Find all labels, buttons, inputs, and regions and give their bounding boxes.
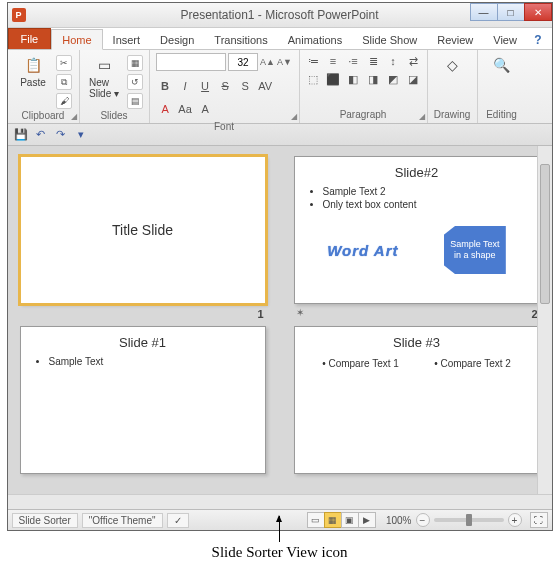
paragraph-buttons: ≔ ≡ ·≡ ≣ ↕ ⇄ ⬚ ⬛ ◧ ◨ ◩ ◪ <box>304 53 422 87</box>
slide-thumb-2[interactable]: Slide#2 Sample Text 2 Only text box cont… <box>294 156 540 304</box>
qat-dropdown-icon[interactable]: ▾ <box>74 128 88 142</box>
font-size-combo[interactable]: 32 <box>228 53 258 71</box>
font-color-button[interactable]: A <box>156 101 174 117</box>
slide-canvas: Slide #1 Sample Text <box>20 326 266 474</box>
new-slide-label: New Slide ▾ <box>89 77 119 99</box>
compare-right-text: Compare Text 2 <box>434 358 511 369</box>
bullet-text: Only text box content <box>323 199 529 210</box>
transition-icon: ✶ <box>296 307 304 318</box>
group-paragraph-label: Paragraph <box>340 108 387 122</box>
close-button[interactable]: ✕ <box>524 3 552 21</box>
arrow-icon <box>279 516 280 542</box>
layout-icon[interactable]: ▦ <box>127 55 143 71</box>
italic-button[interactable]: I <box>176 78 194 94</box>
columns-button[interactable]: ◩ <box>384 71 402 87</box>
group-slides-label: Slides <box>100 109 127 123</box>
convert-smartart-button[interactable]: ◪ <box>404 71 422 87</box>
shape-text: Sample Text in a shape <box>444 226 506 274</box>
slide-thumb-1[interactable]: Title Slide 1 <box>20 156 266 304</box>
tab-design[interactable]: Design <box>150 30 204 49</box>
window-title: Presentation1 - Microsoft PowerPoint <box>180 8 378 22</box>
app-window: P Presentation1 - Microsoft PowerPoint —… <box>7 2 553 531</box>
new-slide-icon: ▭ <box>94 55 114 75</box>
numbering-button[interactable]: ≡ <box>324 53 342 69</box>
slide-sorter-pane[interactable]: Title Slide 1 Slide#2 Sample Text 2 Only… <box>8 146 552 494</box>
new-slide-button[interactable]: ▭ New Slide ▾ <box>85 53 123 99</box>
indent-dec-button[interactable]: ·≡ <box>344 53 362 69</box>
line-spacing-button[interactable]: ↕ <box>384 53 402 69</box>
slide-title-text: Slide #1 <box>31 335 255 350</box>
clear-format-button[interactable]: A <box>196 101 214 117</box>
text-direction-button[interactable]: ⇄ <box>404 53 422 69</box>
bold-button[interactable]: B <box>156 78 174 94</box>
paragraph-launcher-icon[interactable]: ◢ <box>419 112 425 121</box>
bullet-text: Sample Text <box>49 356 255 367</box>
tab-insert[interactable]: Insert <box>103 30 151 49</box>
tab-slideshow[interactable]: Slide Show <box>352 30 427 49</box>
slide-title-text: Slide#2 <box>305 165 529 180</box>
maximize-button[interactable]: □ <box>497 3 525 21</box>
quick-access-toolbar: 💾 ↶ ↷ ▾ <box>8 124 552 146</box>
bullet-text: Sample Text 2 <box>323 186 529 197</box>
change-case-button[interactable]: Aa <box>176 101 194 117</box>
compare-left-text: Compare Text 1 <box>322 358 399 369</box>
tab-file[interactable]: File <box>8 28 52 49</box>
spacing-button[interactable]: AV <box>256 78 274 94</box>
align-justify-button[interactable]: ◨ <box>364 71 382 87</box>
shapes-icon: ◇ <box>442 55 462 75</box>
slide-thumb-3[interactable]: Slide #1 Sample Text <box>20 326 266 474</box>
undo-icon[interactable]: ↶ <box>34 128 48 142</box>
titlebar: P Presentation1 - Microsoft PowerPoint —… <box>8 3 552 28</box>
align-left-button[interactable]: ⬚ <box>304 71 322 87</box>
group-clipboard-label: Clipboard <box>22 109 65 123</box>
slide-title-text: Slide #3 <box>305 335 529 350</box>
paste-icon: 📋 <box>23 55 43 75</box>
redo-icon[interactable]: ↷ <box>54 128 68 142</box>
font-name-combo[interactable] <box>156 53 226 71</box>
copy-icon[interactable]: ⧉ <box>56 74 72 90</box>
slide-number: 1 <box>257 308 263 320</box>
shadow-button[interactable]: S <box>236 78 254 94</box>
clipboard-launcher-icon[interactable]: ◢ <box>71 112 77 121</box>
grow-font-icon[interactable]: A▲ <box>260 57 275 67</box>
horizontal-scrollbar[interactable] <box>8 494 552 509</box>
align-right-button[interactable]: ◧ <box>344 71 362 87</box>
slide-canvas: Slide #3 Compare Text 1 Compare Text 2 <box>294 326 540 474</box>
annotation-callout: Slide Sorter View icon <box>0 516 559 561</box>
tab-animations[interactable]: Animations <box>278 30 352 49</box>
tab-view[interactable]: View <box>483 30 527 49</box>
app-icon: P <box>12 8 26 22</box>
strike-button[interactable]: S <box>216 78 234 94</box>
wordart-text: Word Art <box>327 242 398 259</box>
callout-text: Slide Sorter View icon <box>0 544 559 561</box>
slide-canvas: Title Slide <box>20 156 266 304</box>
tab-review[interactable]: Review <box>427 30 483 49</box>
underline-button[interactable]: U <box>196 78 214 94</box>
scroll-thumb[interactable] <box>540 164 550 304</box>
editing-button[interactable]: 🔍 <box>483 53 521 75</box>
group-font-label: Font <box>214 120 234 134</box>
ribbon: 📋 Paste ✂ ⧉ 🖌 Clipboard ◢ ▭ New Slide ▾ <box>8 50 552 124</box>
paste-button[interactable]: 📋 Paste <box>14 53 52 88</box>
tab-transitions[interactable]: Transitions <box>204 30 277 49</box>
drawing-button[interactable]: ◇ <box>433 53 471 75</box>
reset-icon[interactable]: ↺ <box>127 74 143 90</box>
font-launcher-icon[interactable]: ◢ <box>291 112 297 121</box>
align-center-button[interactable]: ⬛ <box>324 71 342 87</box>
indent-inc-button[interactable]: ≣ <box>364 53 382 69</box>
slide-canvas: Slide#2 Sample Text 2 Only text box cont… <box>294 156 540 304</box>
vertical-scrollbar[interactable] <box>537 146 552 494</box>
slide-title-text: Title Slide <box>112 222 173 238</box>
format-painter-icon[interactable]: 🖌 <box>56 93 72 109</box>
minimize-button[interactable]: — <box>470 3 498 21</box>
window-controls: — □ ✕ <box>471 3 552 21</box>
slide-thumb-4[interactable]: Slide #3 Compare Text 1 Compare Text 2 <box>294 326 540 474</box>
help-icon[interactable]: ? <box>530 31 545 49</box>
bullets-button[interactable]: ≔ <box>304 53 322 69</box>
paste-label: Paste <box>20 77 46 88</box>
save-icon[interactable]: 💾 <box>14 128 28 142</box>
section-icon[interactable]: ▤ <box>127 93 143 109</box>
tab-home[interactable]: Home <box>51 29 102 50</box>
shrink-font-icon[interactable]: A▼ <box>277 57 292 67</box>
cut-icon[interactable]: ✂ <box>56 55 72 71</box>
